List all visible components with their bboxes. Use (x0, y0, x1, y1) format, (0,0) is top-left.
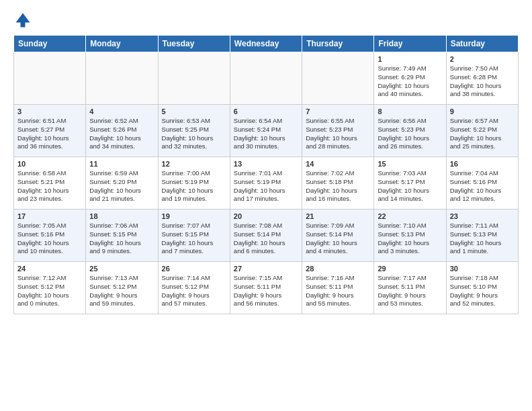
calendar-cell: 1Sunrise: 7:49 AM Sunset: 6:29 PM Daylig… (374, 52, 446, 105)
calendar-cell: 3Sunrise: 6:51 AM Sunset: 5:27 PM Daylig… (14, 105, 86, 157)
calendar-cell (302, 52, 374, 105)
header (13, 11, 519, 30)
day-number: 2 (450, 55, 515, 63)
calendar-cell: 21Sunrise: 7:09 AM Sunset: 5:14 PM Dayli… (302, 210, 374, 262)
day-number: 12 (162, 160, 226, 168)
day-number: 20 (234, 212, 298, 220)
calendar-cell: 16Sunrise: 7:04 AM Sunset: 5:16 PM Dayli… (446, 157, 518, 210)
weekday-header-cell: Friday (374, 36, 446, 52)
page: SundayMondayTuesdayWednesdayThursdayFrid… (0, 0, 532, 411)
calendar-cell: 9Sunrise: 6:57 AM Sunset: 5:22 PM Daylig… (446, 105, 518, 157)
calendar-cell: 28Sunrise: 7:16 AM Sunset: 5:11 PM Dayli… (302, 262, 374, 314)
calendar-cell: 19Sunrise: 7:07 AM Sunset: 5:15 PM Dayli… (158, 210, 230, 262)
day-number: 9 (450, 107, 515, 116)
day-info: Sunrise: 6:57 AM Sunset: 5:22 PM Dayligh… (450, 117, 515, 151)
weekday-header-cell: Monday (86, 36, 158, 52)
weekday-header-cell: Thursday (302, 36, 374, 52)
day-number: 14 (306, 160, 370, 168)
calendar-cell: 2Sunrise: 7:50 AM Sunset: 6:28 PM Daylig… (446, 52, 518, 105)
calendar-cell: 7Sunrise: 6:55 AM Sunset: 5:23 PM Daylig… (302, 105, 374, 157)
day-number: 15 (378, 160, 442, 168)
day-number: 26 (162, 265, 226, 273)
calendar-week-row: 17Sunrise: 7:05 AM Sunset: 5:16 PM Dayli… (14, 210, 519, 262)
calendar-cell (86, 52, 158, 105)
day-info: Sunrise: 7:06 AM Sunset: 5:15 PM Dayligh… (89, 222, 154, 256)
day-number: 10 (17, 160, 82, 168)
day-info: Sunrise: 7:03 AM Sunset: 5:17 PM Dayligh… (378, 169, 442, 203)
calendar-cell: 18Sunrise: 7:06 AM Sunset: 5:15 PM Dayli… (86, 210, 158, 262)
day-number: 25 (89, 265, 154, 273)
calendar-cell (230, 52, 302, 105)
day-number: 13 (234, 160, 298, 168)
calendar-cell: 22Sunrise: 7:10 AM Sunset: 5:13 PM Dayli… (374, 210, 446, 262)
day-number: 6 (234, 107, 298, 116)
weekday-header-cell: Saturday (446, 36, 518, 52)
day-info: Sunrise: 7:15 AM Sunset: 5:11 PM Dayligh… (234, 274, 298, 308)
day-number: 11 (89, 160, 154, 168)
calendar-cell: 24Sunrise: 7:12 AM Sunset: 5:12 PM Dayli… (14, 262, 86, 314)
day-info: Sunrise: 7:05 AM Sunset: 5:16 PM Dayligh… (17, 222, 82, 256)
day-info: Sunrise: 6:53 AM Sunset: 5:25 PM Dayligh… (162, 117, 226, 151)
calendar-cell: 30Sunrise: 7:18 AM Sunset: 5:10 PM Dayli… (446, 262, 518, 314)
calendar-cell (14, 52, 86, 105)
day-info: Sunrise: 7:17 AM Sunset: 5:11 PM Dayligh… (378, 274, 442, 308)
calendar-cell: 25Sunrise: 7:13 AM Sunset: 5:12 PM Dayli… (86, 262, 158, 314)
calendar-header-row: SundayMondayTuesdayWednesdayThursdayFrid… (14, 36, 519, 52)
day-number: 16 (450, 160, 515, 168)
calendar-cell: 26Sunrise: 7:14 AM Sunset: 5:12 PM Dayli… (158, 262, 230, 314)
day-info: Sunrise: 7:49 AM Sunset: 6:29 PM Dayligh… (378, 64, 442, 99)
day-number: 23 (450, 212, 515, 220)
calendar-cell: 20Sunrise: 7:08 AM Sunset: 5:14 PM Dayli… (230, 210, 302, 262)
day-number: 27 (234, 265, 298, 273)
calendar-week-row: 10Sunrise: 6:58 AM Sunset: 5:21 PM Dayli… (14, 157, 519, 210)
day-info: Sunrise: 7:02 AM Sunset: 5:18 PM Dayligh… (306, 169, 370, 203)
calendar-cell: 27Sunrise: 7:15 AM Sunset: 5:11 PM Dayli… (230, 262, 302, 314)
day-info: Sunrise: 6:58 AM Sunset: 5:21 PM Dayligh… (17, 169, 82, 203)
day-info: Sunrise: 7:00 AM Sunset: 5:19 PM Dayligh… (162, 169, 226, 203)
calendar-table: SundayMondayTuesdayWednesdayThursdayFrid… (13, 35, 519, 314)
calendar-cell: 14Sunrise: 7:02 AM Sunset: 5:18 PM Dayli… (302, 157, 374, 210)
day-info: Sunrise: 7:08 AM Sunset: 5:14 PM Dayligh… (234, 222, 298, 256)
day-info: Sunrise: 6:56 AM Sunset: 5:23 PM Dayligh… (378, 117, 442, 151)
day-number: 17 (17, 212, 82, 220)
day-number: 7 (306, 107, 370, 116)
logo-icon (13, 11, 32, 30)
calendar-cell: 5Sunrise: 6:53 AM Sunset: 5:25 PM Daylig… (158, 105, 230, 157)
calendar-cell: 8Sunrise: 6:56 AM Sunset: 5:23 PM Daylig… (374, 105, 446, 157)
day-info: Sunrise: 7:10 AM Sunset: 5:13 PM Dayligh… (378, 222, 442, 256)
calendar-cell: 29Sunrise: 7:17 AM Sunset: 5:11 PM Dayli… (374, 262, 446, 314)
day-number: 21 (306, 212, 370, 220)
weekday-header-cell: Sunday (14, 36, 86, 52)
day-number: 22 (378, 212, 442, 220)
calendar-cell: 15Sunrise: 7:03 AM Sunset: 5:17 PM Dayli… (374, 157, 446, 210)
day-number: 30 (450, 265, 515, 273)
day-number: 24 (17, 265, 82, 273)
day-number: 4 (89, 107, 154, 116)
day-number: 28 (306, 265, 370, 273)
calendar-cell: 11Sunrise: 6:59 AM Sunset: 5:20 PM Dayli… (86, 157, 158, 210)
day-info: Sunrise: 6:54 AM Sunset: 5:24 PM Dayligh… (234, 117, 298, 151)
day-number: 5 (162, 107, 226, 116)
day-number: 18 (89, 212, 154, 220)
day-info: Sunrise: 7:18 AM Sunset: 5:10 PM Dayligh… (450, 274, 515, 308)
day-info: Sunrise: 6:52 AM Sunset: 5:26 PM Dayligh… (89, 117, 154, 151)
day-number: 19 (162, 212, 226, 220)
day-info: Sunrise: 7:13 AM Sunset: 5:12 PM Dayligh… (89, 274, 154, 308)
calendar-body: 1Sunrise: 7:49 AM Sunset: 6:29 PM Daylig… (14, 52, 519, 314)
calendar-cell: 23Sunrise: 7:11 AM Sunset: 5:13 PM Dayli… (446, 210, 518, 262)
day-info: Sunrise: 7:01 AM Sunset: 5:19 PM Dayligh… (234, 169, 298, 203)
day-info: Sunrise: 7:50 AM Sunset: 6:28 PM Dayligh… (450, 64, 515, 99)
logo (13, 11, 35, 30)
day-info: Sunrise: 7:16 AM Sunset: 5:11 PM Dayligh… (306, 274, 370, 308)
calendar-cell: 12Sunrise: 7:00 AM Sunset: 5:19 PM Dayli… (158, 157, 230, 210)
day-number: 8 (378, 107, 442, 116)
day-info: Sunrise: 7:04 AM Sunset: 5:16 PM Dayligh… (450, 169, 515, 203)
day-info: Sunrise: 7:12 AM Sunset: 5:12 PM Dayligh… (17, 274, 82, 308)
day-info: Sunrise: 6:51 AM Sunset: 5:27 PM Dayligh… (17, 117, 82, 151)
weekday-header-cell: Wednesday (230, 36, 302, 52)
calendar-cell: 17Sunrise: 7:05 AM Sunset: 5:16 PM Dayli… (14, 210, 86, 262)
calendar-week-row: 1Sunrise: 7:49 AM Sunset: 6:29 PM Daylig… (14, 52, 519, 105)
weekday-header-cell: Tuesday (158, 36, 230, 52)
day-number: 1 (378, 55, 442, 63)
calendar-cell (158, 52, 230, 105)
